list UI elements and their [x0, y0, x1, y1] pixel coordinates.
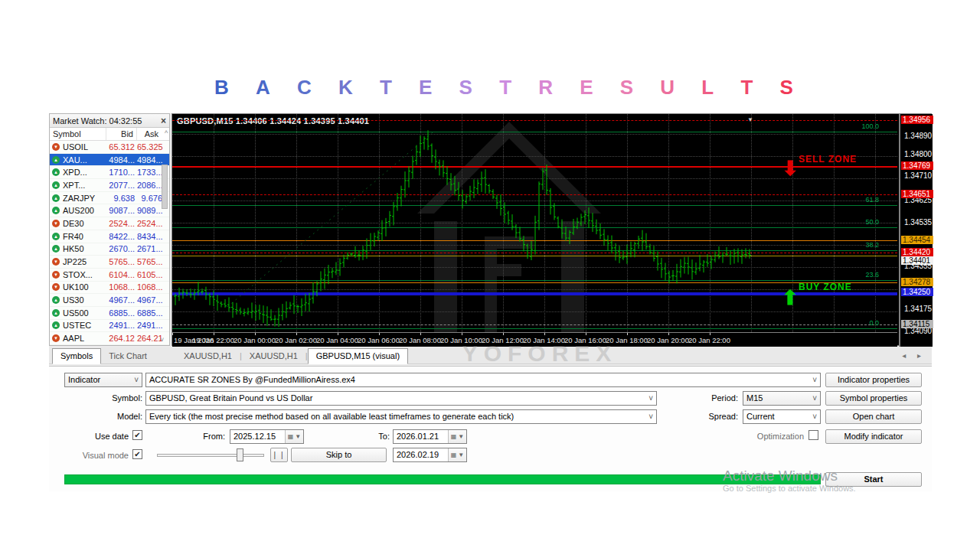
- pause-button[interactable]: | |: [270, 448, 288, 462]
- market-watch-row[interactable]: ▼JP2255765...5765...: [50, 256, 169, 269]
- bid-value: 264.12: [106, 334, 137, 343]
- market-watch-title: Market Watch: 04:32:55: [53, 116, 161, 126]
- skip-date-field[interactable]: 2026.02.19 ▦▼: [393, 448, 467, 462]
- symbol-name: ▲US500: [50, 308, 106, 318]
- symbol-properties-button[interactable]: Symbol properties: [825, 391, 922, 406]
- ask-value: 65.325: [137, 142, 165, 152]
- title-letter: S: [459, 76, 472, 99]
- mt4-window: Market Watch: 04:32:55 × Symbol Bid Ask …: [49, 113, 932, 491]
- bid-value: 4984...: [106, 155, 137, 165]
- scroll-down-icon[interactable]: ˅: [160, 336, 168, 344]
- chart-window: GBPUSD,M15 1.34406 1.34424 1.34395 1.344…: [172, 113, 932, 346]
- bid-value: 8422...: [106, 232, 137, 241]
- market-watch-row[interactable]: ▲XAU...4984...4984...: [50, 154, 169, 167]
- time-axis-tick: [462, 333, 462, 335]
- title-letter: T: [740, 76, 753, 99]
- title-letter: K: [338, 76, 353, 99]
- market-watch-row[interactable]: ▲HK502670...2671...: [50, 243, 169, 256]
- market-watch-row[interactable]: ▲FR408422...8434...: [50, 230, 169, 243]
- calendar-dropdown-icon[interactable]: ▦▼: [448, 448, 466, 461]
- symbol-name: ▲US30: [50, 295, 106, 305]
- price-tag: 1.34250: [901, 288, 933, 296]
- market-watch-tab-1[interactable]: Tick Chart: [101, 349, 155, 364]
- slider-thumb[interactable]: [237, 448, 243, 461]
- market-watch-row[interactable]: ▼STOX...6104...6105...: [50, 269, 169, 282]
- calendar-dropdown-icon[interactable]: ▦▼: [285, 430, 303, 443]
- down-arrow-icon: ▼: [52, 143, 60, 151]
- symbol-name: ▲USTEC: [50, 321, 106, 330]
- calendar-dropdown-icon[interactable]: ▦▼: [448, 430, 466, 443]
- time-axis-label: 19 Jan 22:00: [192, 336, 234, 344]
- optimization-checkbox[interactable]: [808, 430, 818, 440]
- visual-speed-slider[interactable]: [157, 448, 264, 462]
- market-watch-row[interactable]: ▲XPT...2077...2086...: [50, 179, 169, 192]
- symbol-name: ▲XPT...: [50, 181, 106, 190]
- market-watch-row[interactable]: ▲XPD...1710...1733...: [50, 166, 169, 179]
- market-watch-row[interactable]: ▲AUS2009087...9089...: [50, 204, 169, 217]
- time-axis-tick: [296, 333, 297, 335]
- indicator-file-select[interactable]: ACCURATE SR ZONES By @FundedMillionAires…: [145, 373, 821, 387]
- bid-value: 6885...: [106, 308, 137, 318]
- from-date-field[interactable]: 2025.12.15 ▦▼: [230, 429, 304, 444]
- title-letter: B: [214, 76, 229, 99]
- ask-value: 2524...: [137, 219, 165, 228]
- model-select[interactable]: Every tick (the most precise method base…: [145, 409, 657, 424]
- visual-mode-label: Visual mode: [64, 451, 129, 460]
- ask-value: 8434...: [137, 232, 165, 241]
- title-letter: E: [580, 76, 593, 99]
- indicator-properties-button[interactable]: Indicator properties: [825, 373, 922, 387]
- price-axis-label: 1.34710: [904, 171, 932, 180]
- visual-mode-checkbox[interactable]: ✔: [132, 449, 142, 459]
- price-axis-label: 1.34890: [904, 132, 932, 140]
- to-date-field[interactable]: 2026.01.21 ▦▼: [393, 429, 467, 444]
- title-letter: L: [701, 76, 714, 99]
- time-axis-tick: [503, 333, 504, 335]
- symbol-name: ▼DE30: [50, 219, 106, 228]
- price-axis[interactable]: 1.348901.348001.347101.346251.345351.343…: [899, 114, 933, 347]
- symbol-name: ▲ZARJPY: [50, 194, 106, 203]
- test-progress-bar: [64, 474, 821, 484]
- market-watch-row[interactable]: ▲US5006885...6885...: [50, 307, 169, 320]
- skip-date-value: 2026.02.19: [397, 450, 439, 459]
- open-chart-button[interactable]: Open chart: [825, 409, 922, 424]
- modify-indicator-button[interactable]: Modify indicator: [825, 429, 922, 444]
- scrollbar-thumb[interactable]: [162, 165, 168, 209]
- market-watch-row[interactable]: ▼DE302524...2524...: [50, 217, 169, 230]
- start-button[interactable]: Start: [825, 472, 922, 487]
- market-watch-row[interactable]: ▼UK1001068...1068...: [50, 282, 169, 295]
- ask-value: 4984...: [137, 155, 165, 165]
- chart-plot[interactable]: GBPUSD,M15 1.34406 1.34424 1.34395 1.344…: [172, 114, 897, 332]
- market-watch-row[interactable]: ▼AAPL264.12264.21: [50, 332, 169, 345]
- chart-tab-0[interactable]: XAUUSD,H1: [176, 349, 240, 364]
- tab-nav-arrows[interactable]: ◂ ▸: [902, 351, 926, 360]
- chart-tabs: XAUUSD,H1|XAUUSD,H1|GBPUSD,M15 (visual): [176, 348, 408, 364]
- market-watch-row[interactable]: ▼USOIL65.31265.325: [50, 141, 169, 154]
- close-icon[interactable]: ×: [161, 116, 166, 126]
- scroll-up-icon[interactable]: ^: [162, 128, 169, 140]
- market-watch-row[interactable]: ▲US304967...4967...: [50, 294, 169, 307]
- bid-value: 1710...: [106, 168, 137, 177]
- price-tag: 1.34115: [901, 320, 933, 328]
- up-arrow-icon: ▲: [52, 245, 60, 253]
- period-select[interactable]: M15: [743, 391, 821, 406]
- column-ask: Ask: [137, 128, 162, 140]
- ask-value: 2491...: [137, 321, 165, 330]
- column-symbol: Symbol: [50, 128, 106, 140]
- chart-tab-1[interactable]: XAUUSD,H1: [242, 349, 305, 364]
- bid-value: 4967...: [106, 295, 137, 305]
- ask-value: 9089...: [137, 206, 165, 215]
- title-letter: U: [660, 76, 675, 99]
- symbol-name: ▲FR40: [50, 232, 106, 241]
- title-letter: T: [499, 76, 511, 99]
- spread-select[interactable]: Current: [743, 409, 821, 424]
- market-watch-row[interactable]: ▲USTEC2491...2491...: [50, 320, 169, 333]
- skip-to-button[interactable]: Skip to: [291, 448, 387, 462]
- market-watch-row[interactable]: ▲ZARJPY9.6389.676: [50, 192, 169, 205]
- sell-zone-label: SELL ZONE: [799, 154, 857, 165]
- symbol-select[interactable]: GBPUSD, Great Britain Pound vs US Dollar: [145, 391, 657, 406]
- column-bid: Bid: [106, 128, 137, 140]
- symbol-name: ▼UK100: [50, 282, 106, 292]
- use-date-checkbox[interactable]: ✔: [132, 430, 142, 440]
- tester-type-select[interactable]: Indicator: [64, 373, 142, 387]
- market-watch-tab-0[interactable]: Symbols: [52, 348, 101, 364]
